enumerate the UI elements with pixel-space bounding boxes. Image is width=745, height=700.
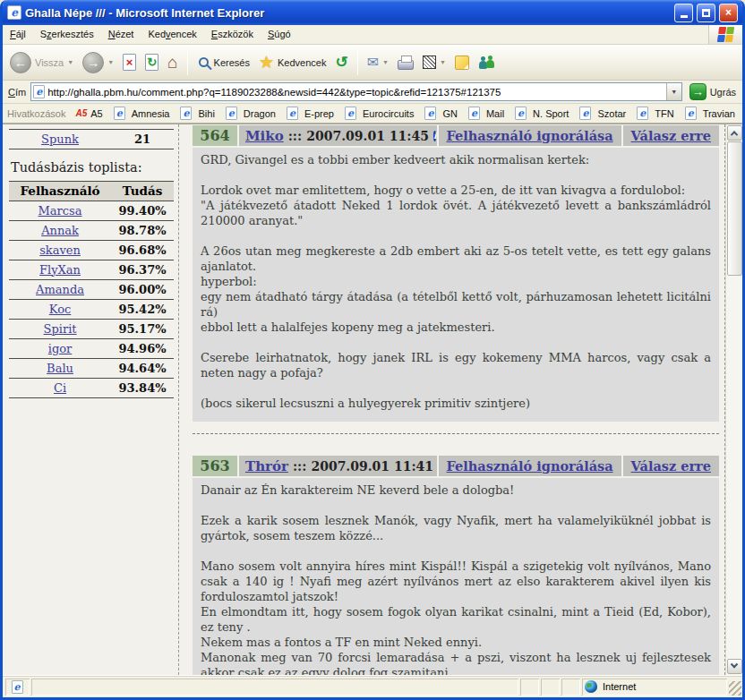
edit-dropdown-icon[interactable]: ▼ (440, 59, 446, 65)
toplist-user-link[interactable]: igor (48, 342, 73, 355)
edit-button[interactable]: ▼ (419, 53, 450, 72)
info-icon[interactable]: i (433, 131, 436, 141)
ie-favicon: e (114, 107, 125, 120)
link-label: Szotar (597, 108, 626, 119)
status-mini-pane (561, 679, 580, 696)
menu-item[interactable]: Szerkesztés (33, 26, 101, 43)
favorites-button[interactable]: ★ Kedvencek (255, 51, 330, 73)
link-item[interactable]: A5A5 (72, 107, 107, 120)
post-header: 564 Miko ::: 2007.09.01 11:45 i Felhaszn… (193, 125, 719, 146)
menu-item[interactable]: Kedvencek (141, 26, 203, 43)
ie-favicon: e (33, 85, 45, 98)
scroll-down-button[interactable] (727, 659, 742, 674)
link-item[interactable]: eMail (463, 106, 510, 121)
url-text[interactable]: http://ghalla.pbm.hu/comment.php?q=11890… (47, 87, 665, 98)
edit-icon (423, 55, 436, 69)
menu-item[interactable]: Eszközök (204, 26, 261, 43)
toplist-user-link[interactable]: Ci (54, 381, 66, 395)
mail-dropdown-icon[interactable]: ▼ (382, 59, 389, 65)
close-button[interactable]: × (719, 4, 738, 22)
forward-button[interactable]: → ▼ (79, 49, 117, 76)
toplist-user-link[interactable]: Koc (49, 303, 71, 316)
link-item[interactable]: eTravian (680, 106, 741, 121)
browser-window: e Ghalla Népe /// - Microsoft Internet E… (0, 0, 745, 700)
messenger-icon (478, 55, 496, 71)
link-item[interactable]: eE-prep (281, 106, 339, 121)
menu-item[interactable]: Fájl (3, 26, 33, 43)
print-button[interactable] (394, 52, 417, 73)
link-label: Bihi (198, 108, 214, 119)
toplist-row: skaven96.68% (9, 240, 174, 260)
ie-favicon: e (345, 107, 356, 120)
scroll-up-button[interactable] (727, 125, 742, 141)
toplist-user-link[interactable]: Amanda (36, 283, 84, 296)
toplist-user-link[interactable]: Spirit (44, 322, 77, 336)
scrollbar-thumb[interactable] (727, 141, 742, 276)
minimize-button[interactable] (674, 4, 693, 22)
history-button[interactable]: ↺ (331, 52, 351, 73)
column-header-score: Tudás (111, 181, 174, 201)
post-564: 564 Miko ::: 2007.09.01 11:45 i Felhaszn… (193, 125, 719, 422)
maximize-icon (702, 9, 710, 17)
link-item[interactable]: eGN (419, 106, 463, 121)
menu-item[interactable]: Nézet (101, 26, 141, 43)
journal-button[interactable] (451, 53, 473, 73)
search-button[interactable]: Keresés (193, 53, 253, 72)
maximize-button[interactable] (697, 4, 715, 22)
home-button[interactable]: ⌂ (164, 51, 181, 73)
back-dropdown-icon[interactable]: ▼ (67, 59, 73, 65)
forward-dropdown-icon[interactable]: ▼ (107, 59, 114, 65)
resize-grip[interactable] (729, 681, 741, 696)
title-bar: e Ghalla Népe /// - Microsoft Internet E… (3, 0, 742, 25)
post-header: 563 Thrór ::: 2007.09.01 11:41 i Felhasz… (193, 456, 719, 476)
back-button[interactable]: ← Vissza ▼ (6, 49, 77, 76)
link-item[interactable]: eAmnesia (108, 106, 176, 121)
author-link[interactable]: Thrór (245, 458, 288, 474)
toplist-user-link[interactable]: Balu (47, 362, 73, 375)
address-field[interactable]: e http://ghalla.pbm.hu/comment.php?q=118… (30, 82, 681, 101)
toplist-user-link[interactable]: Annak (41, 224, 79, 237)
link-item[interactable]: eTFN (631, 106, 679, 121)
search-label: Keresés (214, 57, 250, 68)
link-label: E-prep (304, 108, 334, 119)
reply-link[interactable]: Válasz erre (631, 458, 711, 474)
mail-button[interactable]: ✉ ▼ (364, 53, 392, 73)
toplist-row: igor94.96% (9, 338, 174, 358)
vertical-scrollbar[interactable] (725, 124, 742, 675)
menu-item[interactable]: Súgó (261, 26, 298, 43)
link-label: TFN (655, 108, 673, 119)
toplist-user-link[interactable]: Marcsa (39, 204, 82, 218)
link-item[interactable]: eDragon (220, 106, 281, 121)
post-meta: Miko ::: 2007.09.01 11:45 i (239, 125, 437, 146)
link-item[interactable]: eN. Sport (510, 106, 574, 121)
journal-note-icon (455, 55, 469, 70)
spunk-table: Spunk 21 (9, 126, 174, 149)
ignore-user-link[interactable]: Felhasználó ignorálása (447, 458, 613, 474)
menu-bar: FájlSzerkesztésNézetKedvencekEszközökSúg… (3, 25, 742, 45)
reply-link[interactable]: Válasz erre (631, 128, 711, 143)
link-item[interactable]: eEurocircuits (339, 106, 419, 121)
sidebar: Spunk 21 Tudásbázis toplista: Felhasznál… (3, 124, 179, 675)
user-link[interactable]: Spunk (41, 132, 79, 146)
toplist-heading: Tudásbázis toplista: (11, 160, 174, 175)
toplist-header-row: Felhasználó Tudás (9, 181, 174, 201)
ie-favicon: e (515, 107, 527, 120)
author-link[interactable]: Miko (245, 128, 284, 144)
link-item[interactable]: eSzotar (574, 106, 631, 121)
link-item[interactable]: eBihi (175, 106, 219, 121)
stop-button[interactable]: × (119, 51, 140, 73)
ignore-user-link[interactable]: Felhasználó ignorálása (447, 128, 613, 143)
address-dropdown-button[interactable]: ▼ (666, 83, 681, 100)
refresh-icon: ↻ (145, 54, 158, 71)
post-number: 563 (193, 456, 237, 476)
toplist-user-link[interactable]: FlyXan (39, 263, 81, 277)
toplist-score: 94.96% (111, 338, 174, 358)
links-items: A5A5eAmnesiaeBihieDragoneE-prepeEurocirc… (72, 106, 740, 121)
main-area: 564 Miko ::: 2007.09.01 11:45 i Felhaszn… (179, 124, 725, 675)
toplist-user-link[interactable]: skaven (39, 243, 81, 257)
go-button[interactable]: → Ugrás (687, 82, 739, 101)
toplist-score: 96.37% (111, 260, 174, 279)
messenger-button[interactable] (475, 52, 500, 73)
mail-icon: ✉ (367, 55, 379, 70)
refresh-button[interactable]: ↻ (141, 51, 162, 73)
